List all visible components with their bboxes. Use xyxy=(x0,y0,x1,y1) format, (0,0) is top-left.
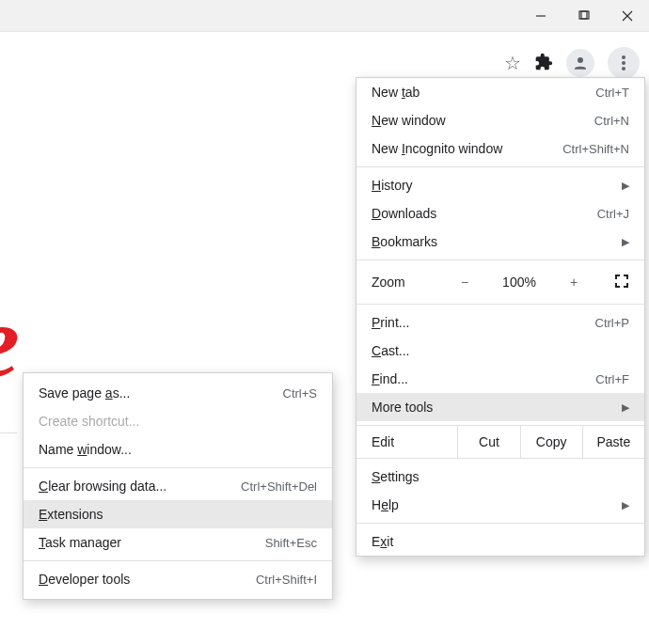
window-minimize-button[interactable] xyxy=(519,0,562,31)
edit-cut-button[interactable]: Cut xyxy=(457,426,519,458)
submenu-task-manager[interactable]: Task manager Shift+Esc xyxy=(24,528,332,557)
chrome-main-menu: New tab Ctrl+T New window Ctrl+N New Inc… xyxy=(356,77,645,557)
window-titlebar xyxy=(0,0,649,32)
window-maximize-button[interactable] xyxy=(562,0,606,31)
more-tools-submenu: Save page as... Ctrl+S Create shortcut..… xyxy=(23,372,333,600)
zoom-out-button[interactable]: − xyxy=(437,275,492,290)
svg-point-8 xyxy=(622,67,625,71)
menu-separator xyxy=(356,523,644,524)
menu-cast[interactable]: Cast... xyxy=(356,337,644,365)
chevron-right-icon: ▶ xyxy=(622,180,629,192)
zoom-in-button[interactable]: + xyxy=(546,275,601,290)
page-logo-fragment: e xyxy=(0,282,20,401)
menu-new-window[interactable]: New window Ctrl+N xyxy=(356,106,644,134)
menu-separator xyxy=(356,166,644,167)
menu-find[interactable]: Find... Ctrl+F xyxy=(356,365,644,393)
chevron-right-icon: ▶ xyxy=(622,499,629,511)
menu-help[interactable]: Help ▶ xyxy=(356,491,644,519)
menu-downloads[interactable]: Downloads Ctrl+J xyxy=(356,199,644,228)
submenu-name-window[interactable]: Name window... xyxy=(24,435,332,463)
chevron-right-icon: ▶ xyxy=(622,401,629,414)
svg-rect-2 xyxy=(581,11,589,19)
more-menu-button[interactable] xyxy=(608,47,640,79)
submenu-extensions[interactable]: Extensions xyxy=(24,500,332,528)
menu-new-tab[interactable]: New tab Ctrl+T xyxy=(356,78,644,106)
zoom-label: Zoom xyxy=(372,275,437,290)
fullscreen-icon[interactable] xyxy=(601,274,629,291)
submenu-clear-browsing-data[interactable]: Clear browsing data... Ctrl+Shift+Del xyxy=(24,472,332,500)
menu-settings[interactable]: Settings xyxy=(356,463,644,491)
menu-edit-row: Edit Cut Copy Paste xyxy=(356,425,644,459)
svg-rect-1 xyxy=(579,11,587,19)
extensions-puzzle-icon[interactable] xyxy=(534,53,553,74)
menu-separator xyxy=(356,304,644,305)
chevron-right-icon: ▶ xyxy=(622,236,629,248)
profile-avatar-button[interactable] xyxy=(566,49,594,77)
svg-point-6 xyxy=(622,55,625,59)
svg-point-5 xyxy=(578,57,583,63)
zoom-value: 100% xyxy=(492,275,546,290)
submenu-save-page-as[interactable]: Save page as... Ctrl+S xyxy=(24,379,332,407)
svg-point-7 xyxy=(622,61,625,65)
divider xyxy=(0,432,17,433)
submenu-developer-tools[interactable]: Developer tools Ctrl+Shift+I xyxy=(24,565,332,593)
menu-separator xyxy=(24,467,332,468)
menu-bookmarks[interactable]: Bookmarks ▶ xyxy=(356,228,644,256)
menu-exit[interactable]: Exit xyxy=(356,527,644,556)
menu-print[interactable]: Print... Ctrl+P xyxy=(356,308,644,337)
menu-separator xyxy=(356,259,644,260)
menu-more-tools[interactable]: More tools ▶ xyxy=(356,393,644,421)
edit-label: Edit xyxy=(356,426,457,458)
bookmark-star-icon[interactable]: ☆ xyxy=(504,52,521,74)
submenu-create-shortcut: Create shortcut... xyxy=(24,407,332,435)
menu-new-incognito[interactable]: New Incognito window Ctrl+Shift+N xyxy=(356,134,644,163)
menu-history[interactable]: History ▶ xyxy=(356,171,644,199)
menu-zoom-row: Zoom − 100% + xyxy=(356,264,644,300)
edit-paste-button[interactable]: Paste xyxy=(582,426,644,458)
menu-separator xyxy=(24,560,332,561)
window-close-button[interactable] xyxy=(606,0,649,31)
edit-copy-button[interactable]: Copy xyxy=(520,426,582,458)
